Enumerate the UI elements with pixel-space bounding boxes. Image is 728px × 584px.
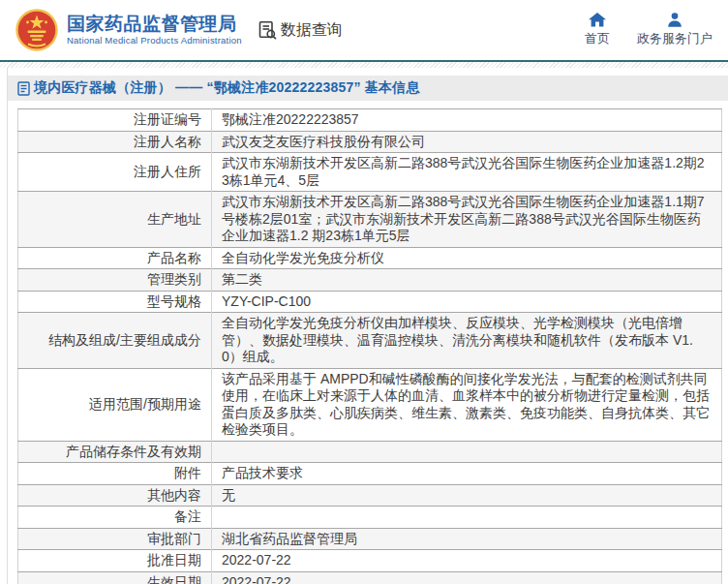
row-label: 附件 [18, 463, 212, 485]
row-label: 其他内容 [18, 484, 212, 507]
row-value: YZY-CIP-C100 [212, 291, 722, 313]
row-value: 武汉市东湖新技术开发区高新二路388号武汉光谷国际生物医药企业加速器1.2期23… [212, 153, 722, 192]
table-row: 型号规格YZY-CIP-C100 [18, 291, 722, 313]
info-table-body: 注册证编号鄂械注准20222223857 注册人名称武汉友芝友医疗科技股份有限公… [18, 109, 722, 584]
row-value: 第二类 [212, 269, 722, 292]
table-row: 其他内容无 [18, 484, 722, 507]
table-row: 注册证编号鄂械注准20222223857 [18, 109, 722, 132]
national-emblem-logo [15, 9, 58, 51]
row-label: 审批部门 [18, 528, 212, 550]
row-value: 湖北省药品监督管理局 [212, 528, 722, 550]
row-value: 全自动化学发光免疫分析仪由加样模块、反应模块、光学检测模块（光电倍增管）、数据处… [212, 313, 722, 369]
row-label: 批准日期 [18, 550, 212, 572]
site-logo[interactable]: 国家药品监督管理局 National Medical Products Admi… [15, 9, 242, 51]
site-header: 国家药品监督管理局 National Medical Products Admi… [0, 0, 728, 60]
nav-home-label: 首页 [585, 30, 610, 47]
home-icon [589, 13, 606, 27]
table-row: 批准日期2022-07-22 [18, 550, 722, 572]
nav-home[interactable]: 首页 [585, 13, 610, 47]
site-titles: 国家药品监督管理局 National Medical Products Admi… [67, 14, 242, 46]
row-value: 武汉市东湖新技术开发区高新二路388号武汉光谷国际生物医药企业加速器1.1期7号… [212, 192, 722, 248]
row-value: 该产品采用基于 AMPPD和碱性磷酸酶的间接化学发光法，与配套的检测试剂共同使用… [212, 368, 722, 441]
main-content: 境内医疗器械（注册） —— “鄂械注准20222223857” 基本信息 注册证… [7, 68, 728, 584]
document-icon [17, 81, 30, 96]
table-row: 审批部门湖北省药品监督管理局 [18, 528, 722, 550]
row-value: 鄂械注准20222223857 [212, 109, 722, 132]
row-value: 2022-07-22 [212, 571, 722, 584]
nav-portal[interactable]: 政务服务门户 [637, 13, 713, 47]
site-subtitle: National Medical Products Administration [67, 35, 242, 46]
table-row: 附件产品技术要求 [18, 463, 722, 485]
row-value: 无 [212, 484, 722, 507]
row-label: 注册人名称 [18, 131, 212, 153]
row-label: 生效日期 [18, 571, 212, 584]
data-query-button[interactable]: 数据查询 [258, 20, 343, 41]
table-row: 管理类别第二类 [18, 269, 722, 292]
breadcrumb: 境内医疗器械（注册） —— “鄂械注准20222223857” 基本信息 [8, 76, 728, 101]
row-value: 武汉友芝友医疗科技股份有限公司 [212, 131, 722, 153]
table-row: 产品名称全自动化学发光免疫分析仪 [18, 247, 722, 269]
row-label: 注册人住所 [18, 153, 212, 192]
table-row: 生产地址武汉市东湖新技术开发区高新二路388号武汉光谷国际生物医药企业加速器1.… [18, 192, 722, 248]
table-row: 产品储存条件及有效期 [18, 441, 722, 463]
table-row: 生效日期2022-07-22 [18, 571, 722, 584]
row-value [212, 507, 722, 529]
row-value: 全自动化学发光免疫分析仪 [212, 247, 722, 269]
row-label: 型号规格 [18, 291, 212, 313]
table-row: 注册人住所武汉市东湖新技术开发区高新二路388号武汉光谷国际生物医药企业加速器1… [18, 153, 722, 192]
row-label: 产品名称 [18, 247, 212, 269]
row-label: 结构及组成/主要组成成分 [18, 313, 212, 369]
row-label: 备注 [18, 507, 212, 529]
table-row: 适用范围/预期用途该产品采用基于 AMPPD和碱性磷酸酶的间接化学发光法，与配套… [18, 368, 722, 441]
table-row: 注册人名称武汉友芝友医疗科技股份有限公司 [18, 131, 722, 153]
row-label: 注册证编号 [18, 109, 212, 132]
data-query-label: 数据查询 [281, 20, 343, 41]
row-label: 适用范围/预期用途 [18, 368, 212, 441]
table-row: 备注 [18, 507, 722, 529]
row-value: 产品技术要求 [212, 463, 722, 485]
row-label: 生产地址 [18, 192, 212, 248]
breadcrumb-text: 境内医疗器械（注册） —— “鄂械注准20222223857” 基本信息 [34, 79, 420, 97]
page: 国家药品监督管理局 National Medical Products Admi… [0, 0, 728, 584]
row-value [212, 441, 722, 463]
top-nav: 首页 政务服务门户 [585, 13, 713, 47]
row-label: 产品储存条件及有效期 [18, 441, 212, 463]
row-value: 2022-07-22 [212, 550, 722, 572]
info-table: 注册证编号鄂械注准20222223857 注册人名称武汉友芝友医疗科技股份有限公… [17, 108, 722, 584]
row-label: 管理类别 [18, 269, 212, 292]
user-icon [667, 13, 682, 27]
document-magnifier-icon [258, 20, 278, 41]
nav-portal-label: 政务服务门户 [637, 30, 713, 47]
table-row: 结构及组成/主要组成成分全自动化学发光免疫分析仪由加样模块、反应模块、光学检测模… [18, 313, 722, 369]
site-title: 国家药品监督管理局 [67, 14, 242, 35]
